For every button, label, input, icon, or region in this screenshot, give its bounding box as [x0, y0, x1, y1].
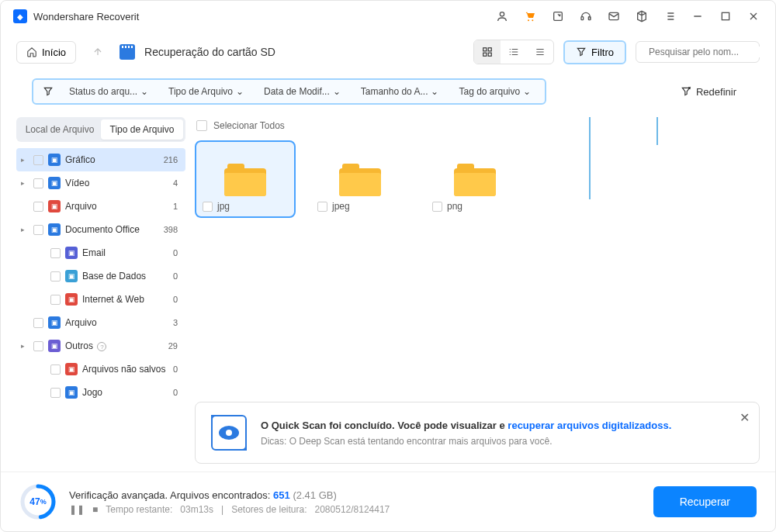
tree-checkbox[interactable] [50, 248, 61, 258]
headset-icon[interactable] [577, 7, 595, 26]
tree-checkbox[interactable] [33, 341, 43, 351]
breadcrumb: Recuperação do cartão SD [144, 46, 275, 58]
tab-type[interactable]: Tipo de Arquivo [101, 119, 183, 140]
file-type-tree: ▸ ▣ Gráfico 216 ▸ ▣ Vídeo 4 ▣ Arquivo 1 … [16, 148, 185, 472]
folder-label: png [447, 201, 462, 212]
tree-count: 398 [164, 225, 181, 234]
svg-rect-7 [722, 12, 729, 19]
tree-item[interactable]: ▣ Base de Dados 0 [16, 264, 185, 288]
tree-count: 0 [173, 248, 181, 257]
scan-eye-icon [211, 415, 247, 451]
reset-label: Redefinir [696, 86, 736, 98]
tree-checkbox[interactable] [50, 295, 61, 305]
tree-item[interactable]: ▸ ▣ Documento Office 398 [16, 218, 185, 241]
tree-checkbox[interactable] [33, 318, 43, 328]
minimize-icon[interactable] [688, 7, 707, 26]
tree-count: 4 [173, 178, 181, 188]
select-all-row[interactable]: Selecionar Todos [195, 117, 760, 140]
home-button[interactable]: Início [16, 41, 76, 64]
folder-card[interactable]: jpeg [310, 140, 411, 218]
tree-item[interactable]: ▣ Arquivo 3 [16, 311, 185, 334]
reset-icon [681, 86, 691, 97]
recover-button[interactable]: Recuperar [653, 486, 757, 517]
stop-button[interactable]: ■ [92, 504, 98, 515]
up-button[interactable] [85, 40, 110, 64]
cart-icon[interactable] [521, 7, 539, 26]
chevron-right-icon: ▸ [21, 342, 29, 350]
tree-item[interactable]: ▣ Arquivos não salvos 0 [16, 358, 185, 381]
tree-item[interactable]: ▣ Arquivo 1 [16, 195, 185, 218]
category-icon: ▣ [48, 223, 61, 236]
tree-item[interactable]: ▸ ▣ Outros ? 29 [16, 334, 185, 358]
view-list-detail[interactable] [501, 40, 527, 64]
export-icon[interactable] [549, 7, 567, 26]
folder-checkbox[interactable] [203, 202, 213, 212]
select-all-checkbox[interactable] [196, 120, 207, 131]
tree-checkbox[interactable] [33, 155, 43, 165]
tree-item[interactable]: ▣ Jogo 0 [16, 381, 185, 404]
folder-checkbox[interactable] [432, 202, 442, 212]
tree-item[interactable]: ▸ ▣ Vídeo 4 [16, 171, 185, 195]
tree-label: Arquivos não salvos [82, 364, 168, 375]
filter-type[interactable]: Tipo de Arquivo ⌄ [164, 85, 248, 98]
tree-count: 0 [173, 364, 181, 374]
notice-tip: Dicas: O Deep Scan está tentando encontr… [261, 436, 671, 447]
tree-label: Base de Dados [82, 271, 168, 282]
mail-icon[interactable] [605, 7, 623, 26]
tree-checkbox[interactable] [50, 388, 61, 398]
svg-rect-5 [588, 17, 591, 20]
sectors-read: 2080512/8124417 [315, 504, 390, 515]
svg-rect-8 [483, 48, 487, 51]
filter-button[interactable]: Filtro [563, 40, 626, 64]
search-input[interactable] [649, 47, 765, 57]
tree-count: 29 [168, 341, 181, 351]
folder-card[interactable]: png [424, 140, 525, 218]
category-icon: ▣ [65, 386, 78, 399]
svg-point-1 [528, 19, 529, 21]
tree-count: 1 [173, 202, 181, 211]
time-remaining: 03m13s [180, 504, 213, 515]
tree-checkbox[interactable] [50, 364, 61, 375]
folder-checkbox[interactable] [317, 202, 327, 212]
close-icon[interactable] [744, 7, 763, 26]
notice-close-icon[interactable]: ✕ [740, 410, 750, 425]
pause-button[interactable]: ❚❚ [69, 504, 85, 515]
tree-checkbox[interactable] [33, 225, 43, 235]
chevron-down-icon: ⌄ [431, 86, 438, 97]
maximize-icon[interactable] [716, 7, 735, 26]
tab-location[interactable]: Local de Arquivo [19, 119, 101, 140]
funnel-icon [576, 47, 587, 57]
chevron-right-icon: ▸ [21, 156, 29, 164]
home-icon [26, 47, 37, 57]
tree-item[interactable]: ▣ Internet & Web 0 [16, 288, 185, 311]
files-found-count: 651 [273, 489, 290, 501]
folder-card[interactable]: jpg [195, 140, 296, 218]
recover-link[interactable]: recuperar arquivos digitalizadoss. [508, 420, 671, 431]
tree-checkbox[interactable] [50, 271, 61, 282]
app-title: Wondershare Recoverit [33, 11, 139, 22]
svg-rect-11 [488, 53, 491, 56]
tree-item[interactable]: ▸ ▣ Gráfico 216 [16, 148, 185, 171]
chevron-right-icon: ▸ [21, 179, 29, 187]
account-icon[interactable] [493, 7, 511, 26]
cube-icon[interactable] [632, 7, 651, 26]
app-logo [13, 9, 27, 23]
tree-item[interactable]: ▣ Email 0 [16, 241, 185, 264]
up-arrow-icon [92, 47, 103, 57]
filter-size[interactable]: Tamanho do A... ⌄ [356, 85, 444, 98]
filter-modified[interactable]: Data de Modif... ⌄ [259, 85, 345, 98]
sidebar-tab-switch: Local de Arquivo Tipo de Arquivo [16, 117, 185, 142]
view-grid[interactable] [474, 40, 501, 64]
content-area: Selecionar Todos jpg jpeg png O Quick Sc… [195, 117, 760, 472]
filter-tag[interactable]: Tag do arquivo ⌄ [454, 85, 535, 98]
list-icon[interactable] [660, 7, 679, 26]
view-list[interactable] [527, 40, 553, 64]
tree-checkbox[interactable] [33, 202, 43, 212]
search-box[interactable] [636, 41, 760, 63]
svg-point-2 [532, 19, 533, 21]
tree-checkbox[interactable] [33, 178, 43, 188]
annotation-arrow [589, 117, 591, 199]
filter-status[interactable]: Status do arqu... ⌄ [64, 85, 153, 98]
select-all-label: Selecionar Todos [213, 120, 285, 131]
reset-button[interactable]: Redefinir [673, 81, 744, 102]
